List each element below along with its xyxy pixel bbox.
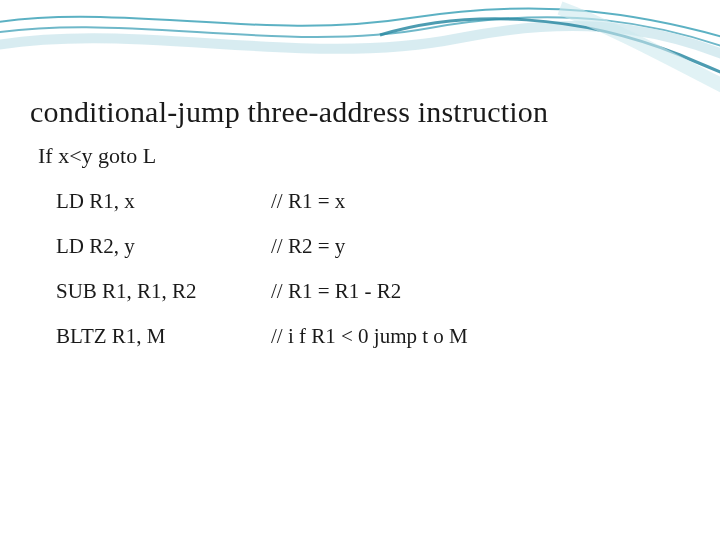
instruction-cell: SUB R1, R1, R2 <box>56 269 271 314</box>
comment-cell: // i f R1 < 0 jump t o M <box>271 314 468 359</box>
instruction-cell: BLTZ R1, M <box>56 314 271 359</box>
instruction-cell: LD R1, x <box>56 179 271 224</box>
slide-subtitle: If x<y goto L <box>38 143 690 169</box>
instruction-cell: LD R2, y <box>56 224 271 269</box>
slide-title: conditional-jump three-address instructi… <box>30 95 690 129</box>
table-row: LD R2, y // R2 = y <box>56 224 468 269</box>
code-table: LD R1, x // R1 = x LD R2, y // R2 = y SU… <box>56 179 468 359</box>
comment-cell: // R1 = x <box>271 179 468 224</box>
comment-cell: // R1 = R1 - R2 <box>271 269 468 314</box>
table-row: SUB R1, R1, R2 // R1 = R1 - R2 <box>56 269 468 314</box>
slide-content: conditional-jump three-address instructi… <box>30 95 690 359</box>
table-row: LD R1, x // R1 = x <box>56 179 468 224</box>
table-row: BLTZ R1, M // i f R1 < 0 jump t o M <box>56 314 468 359</box>
comment-cell: // R2 = y <box>271 224 468 269</box>
